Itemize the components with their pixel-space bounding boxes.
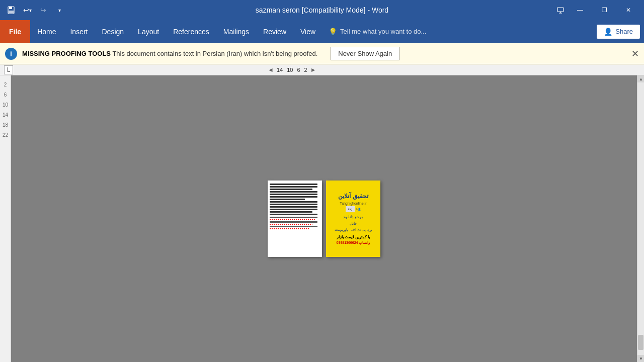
- tab-view[interactable]: View: [293, 20, 323, 43]
- ruler-v-6: 6: [4, 89, 7, 100]
- save-icon[interactable]: [4, 3, 18, 17]
- text-line: [270, 194, 317, 195]
- red-wavy-underline: [270, 224, 312, 225]
- info-banner: i MISSING PROOFING TOOLS This document c…: [0, 43, 644, 64]
- tab-references[interactable]: References: [166, 20, 216, 43]
- ruler-v-10: 10: [3, 100, 8, 110]
- share-button[interactable]: 👤 Share: [597, 25, 640, 39]
- ruler-left-arrow[interactable]: ◄: [267, 66, 275, 73]
- text-line: [270, 211, 312, 213]
- red-wavy-underline: [270, 228, 310, 229]
- svg-rect-1: [9, 7, 12, 9]
- title-bar: ↩ ▾ ↪ ▾ sazman seron [Compatibility Mode…: [0, 0, 644, 20]
- banner-detail-text: This document contains text in Persian (…: [112, 50, 317, 57]
- text-line: [270, 221, 317, 223]
- redo-icon[interactable]: ↪: [36, 3, 50, 17]
- banner-bold-text: MISSING PROOFING TOOLS: [22, 50, 111, 57]
- tab-home[interactable]: Home: [30, 20, 63, 43]
- window-title: sazman seron [Compatibility Mode] - Word: [256, 6, 388, 14]
- banner-close-button[interactable]: ✕: [631, 49, 639, 58]
- ad-title: تحقیق آنلاین: [338, 193, 368, 201]
- close-button[interactable]: ✕: [617, 3, 640, 18]
- ruler-num-14: 14: [275, 67, 285, 73]
- text-line: [270, 204, 317, 205]
- scroll-track[interactable]: [637, 82, 644, 355]
- tab-design[interactable]: Design: [95, 20, 131, 43]
- scroll-thumb[interactable]: [638, 335, 643, 350]
- undo-icon[interactable]: ↩ ▾: [20, 3, 34, 17]
- page-1-content: [268, 180, 322, 233]
- text-line: [270, 217, 317, 218]
- ruler-v-18: 18: [3, 120, 8, 130]
- tab-insert[interactable]: Insert: [63, 20, 95, 43]
- vertical-ruler-numbers: 2 6 10 14 18 22: [3, 75, 8, 140]
- main-area: 2 6 10 14 18 22: [0, 75, 644, 362]
- ad-cta: با کمترین قیمت بازار: [337, 234, 370, 240]
- title-bar-left: ↩ ▾ ↪ ▾: [4, 3, 66, 17]
- text-line: [270, 209, 317, 210]
- text-line: [270, 199, 305, 200]
- ad-thumbnail: img: [346, 206, 355, 212]
- ruler-v-22: 22: [3, 130, 8, 140]
- text-line: [270, 214, 317, 215]
- never-show-again-button[interactable]: Never Show Again: [331, 47, 399, 60]
- presentation-mode-icon[interactable]: [553, 3, 568, 17]
- tab-mailings[interactable]: Mailings: [216, 20, 256, 43]
- text-line: [270, 191, 317, 193]
- scroll-down-button[interactable]: ▼: [637, 355, 644, 362]
- document-page-2[interactable]: تحقیق آنلاین Tahghighonline.ir img ✎👤 مر…: [326, 180, 380, 257]
- svg-rect-3: [557, 8, 564, 12]
- ad-site: Tahghighonline.ir: [340, 202, 367, 205]
- tell-me-text: Tell me what you want to do...: [340, 28, 426, 35]
- info-icon: i: [5, 48, 17, 60]
- tab-review[interactable]: Review: [256, 20, 293, 43]
- svg-rect-2: [9, 11, 14, 13]
- text-line: [270, 206, 317, 208]
- vertical-ruler: 2 6 10 14 18 22: [0, 75, 11, 362]
- lightbulb-icon: 💡: [329, 28, 337, 36]
- banner-message: MISSING PROOFING TOOLS This document con…: [22, 50, 317, 57]
- tab-file[interactable]: File: [0, 20, 30, 43]
- vertical-scrollbar: ▲ ▼: [637, 75, 644, 362]
- share-label: Share: [615, 28, 633, 35]
- tell-me-box[interactable]: 💡 Tell me what you want to do...: [323, 20, 432, 43]
- scroll-up-button[interactable]: ▲: [637, 75, 644, 82]
- ruler-v-14: 14: [3, 110, 8, 120]
- text-line: [270, 184, 317, 185]
- ruler-num-10: 10: [285, 67, 295, 73]
- document-canvas: تحقیق آنلاین Tahghighonline.ir img ✎👤 مر…: [11, 75, 637, 362]
- restore-button[interactable]: ❐: [593, 3, 616, 18]
- ruler-right-arrow[interactable]: ►: [309, 66, 317, 73]
- text-line: [270, 201, 317, 203]
- ruler-num-2: 2: [302, 67, 309, 73]
- undo-dropdown-arrow[interactable]: ▾: [29, 8, 32, 13]
- pages-row: تحقیق آنلاین Tahghighonline.ir img ✎👤 مر…: [268, 180, 380, 257]
- document-page-1[interactable]: [268, 180, 322, 257]
- text-line: [270, 226, 317, 227]
- ad-phone: واتساپ 09981366624: [337, 241, 370, 245]
- tab-layout[interactable]: Layout: [131, 20, 166, 43]
- customize-quick-access-icon[interactable]: ▾: [52, 3, 66, 17]
- tab-marker[interactable]: L: [4, 65, 13, 74]
- ad-download-text: مرجع دانلـود فایل ورد-پی دی اف - پاورپوی…: [335, 214, 371, 233]
- share-icon: 👤: [604, 28, 612, 36]
- ruler-numbers: ◄ 14 10 6 2 ►: [267, 64, 317, 75]
- text-line: [270, 186, 317, 188]
- ruler-num-6: 6: [295, 67, 302, 73]
- red-wavy-underline: [270, 219, 315, 220]
- text-line: [270, 189, 312, 190]
- ribbon: File Home Insert Design Layout Reference…: [0, 20, 644, 43]
- page-2-ad-content: تحقیق آنلاین Tahghighonline.ir img ✎👤 مر…: [326, 180, 380, 257]
- title-bar-controls: — ❐ ✕: [553, 3, 640, 18]
- text-line: [270, 196, 317, 198]
- ruler-v-2: 2: [4, 79, 7, 89]
- minimize-button[interactable]: —: [569, 3, 592, 18]
- horizontal-ruler: L ◄ 14 10 6 2 ►: [0, 64, 644, 75]
